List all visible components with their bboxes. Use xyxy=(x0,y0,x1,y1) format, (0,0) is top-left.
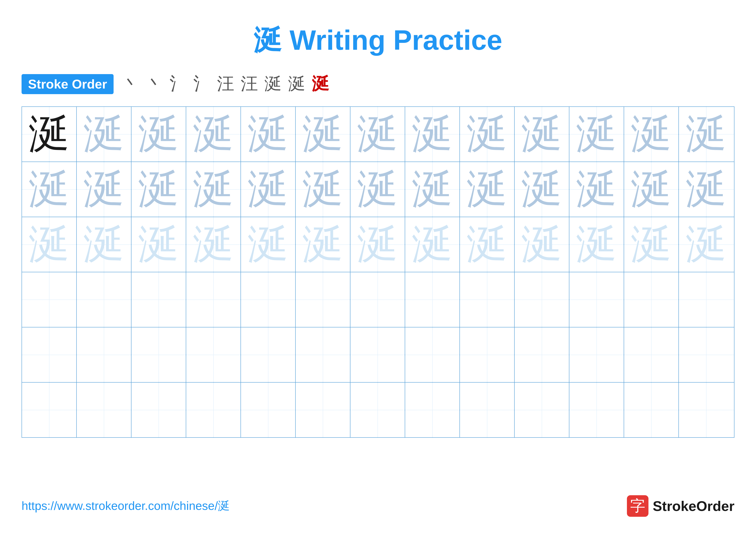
char-medium: 涎 xyxy=(248,169,288,210)
char-medium: 涎 xyxy=(302,114,343,155)
grid-cell-6-6[interactable] xyxy=(296,383,350,437)
grid-cell-2-11[interactable]: 涎 xyxy=(569,162,624,217)
grid-cell-2-2[interactable]: 涎 xyxy=(77,162,131,217)
char-medium: 涎 xyxy=(631,114,672,155)
char-medium: 涎 xyxy=(193,169,234,210)
char-medium: 涎 xyxy=(521,169,562,210)
grid-cell-4-11[interactable] xyxy=(569,272,624,327)
char-medium: 涎 xyxy=(686,169,727,210)
grid-cell-3-12[interactable]: 涎 xyxy=(624,217,679,272)
grid-cell-3-1[interactable]: 涎 xyxy=(22,217,77,272)
char-medium: 涎 xyxy=(248,114,288,155)
grid-cell-2-12[interactable]: 涎 xyxy=(624,162,679,217)
grid-cell-1-3[interactable]: 涎 xyxy=(131,107,186,162)
stroke-step-4: 氵 xyxy=(193,72,210,96)
grid-cell-3-9[interactable]: 涎 xyxy=(460,217,515,272)
grid-cell-3-3[interactable]: 涎 xyxy=(131,217,186,272)
grid-cell-4-2[interactable] xyxy=(77,272,131,327)
grid-cell-3-10[interactable]: 涎 xyxy=(515,217,569,272)
grid-cell-5-1[interactable] xyxy=(22,327,77,382)
grid-cell-4-13[interactable] xyxy=(679,272,734,327)
grid-cell-2-7[interactable]: 涎 xyxy=(350,162,405,217)
stroke-step-1: 丶 xyxy=(122,72,139,96)
grid-cell-3-4[interactable]: 涎 xyxy=(186,217,241,272)
grid-cell-4-12[interactable] xyxy=(624,272,679,327)
grid-cell-4-1[interactable] xyxy=(22,272,77,327)
grid-cell-2-5[interactable]: 涎 xyxy=(241,162,296,217)
grid-cell-3-8[interactable]: 涎 xyxy=(405,217,460,272)
grid-cell-5-12[interactable] xyxy=(624,327,679,382)
grid-cell-1-13[interactable]: 涎 xyxy=(679,107,734,162)
grid-cell-3-7[interactable]: 涎 xyxy=(350,217,405,272)
grid-cell-6-4[interactable] xyxy=(186,383,241,437)
grid-cell-6-11[interactable] xyxy=(569,383,624,437)
grid-row-2: 涎 涎 涎 涎 涎 涎 涎 涎 涎 涎 涎 涎 涎 xyxy=(22,162,734,217)
grid-cell-4-4[interactable] xyxy=(186,272,241,327)
grid-cell-5-10[interactable] xyxy=(515,327,569,382)
char-light: 涎 xyxy=(467,224,507,265)
char-medium: 涎 xyxy=(83,169,124,210)
grid-cell-4-3[interactable] xyxy=(131,272,186,327)
grid-cell-6-1[interactable] xyxy=(22,383,77,437)
grid-cell-4-9[interactable] xyxy=(460,272,515,327)
grid-cell-2-9[interactable]: 涎 xyxy=(460,162,515,217)
grid-cell-1-7[interactable]: 涎 xyxy=(350,107,405,162)
grid-cell-5-11[interactable] xyxy=(569,327,624,382)
grid-cell-6-9[interactable] xyxy=(460,383,515,437)
grid-cell-2-3[interactable]: 涎 xyxy=(131,162,186,217)
grid-row-6 xyxy=(22,383,734,437)
grid-cell-5-9[interactable] xyxy=(460,327,515,382)
stroke-step-2: 丶 xyxy=(146,72,163,96)
stroke-step-7: 涎 xyxy=(264,72,282,96)
grid-cell-5-13[interactable] xyxy=(679,327,734,382)
grid-cell-5-8[interactable] xyxy=(405,327,460,382)
grid-cell-2-6[interactable]: 涎 xyxy=(296,162,350,217)
grid-cell-2-13[interactable]: 涎 xyxy=(679,162,734,217)
stroke-step-6: 汪 xyxy=(241,72,258,96)
grid-cell-6-13[interactable] xyxy=(679,383,734,437)
grid-cell-4-7[interactable] xyxy=(350,272,405,327)
grid-cell-1-5[interactable]: 涎 xyxy=(241,107,296,162)
char-medium: 涎 xyxy=(412,114,453,155)
grid-cell-5-2[interactable] xyxy=(77,327,131,382)
grid-cell-6-12[interactable] xyxy=(624,383,679,437)
grid-cell-2-4[interactable]: 涎 xyxy=(186,162,241,217)
grid-cell-3-2[interactable]: 涎 xyxy=(77,217,131,272)
grid-cell-2-8[interactable]: 涎 xyxy=(405,162,460,217)
grid-cell-1-11[interactable]: 涎 xyxy=(569,107,624,162)
grid-cell-6-5[interactable] xyxy=(241,383,296,437)
grid-cell-3-6[interactable]: 涎 xyxy=(296,217,350,272)
footer-url[interactable]: https://www.strokeorder.com/chinese/涎 xyxy=(21,498,230,514)
grid-cell-5-5[interactable] xyxy=(241,327,296,382)
grid-cell-1-4[interactable]: 涎 xyxy=(186,107,241,162)
stroke-sequence: 丶 丶 氵 氵 汪 汪 涎 涎 涎 xyxy=(122,72,329,96)
grid-cell-3-5[interactable]: 涎 xyxy=(241,217,296,272)
grid-cell-5-6[interactable] xyxy=(296,327,350,382)
grid-cell-4-6[interactable] xyxy=(296,272,350,327)
grid-cell-5-4[interactable] xyxy=(186,327,241,382)
grid-cell-6-2[interactable] xyxy=(77,383,131,437)
grid-cell-1-10[interactable]: 涎 xyxy=(515,107,569,162)
grid-cell-1-1[interactable]: 涎 xyxy=(22,107,77,162)
grid-cell-3-11[interactable]: 涎 xyxy=(569,217,624,272)
grid-cell-1-12[interactable]: 涎 xyxy=(624,107,679,162)
char-light: 涎 xyxy=(193,224,234,265)
stroke-order-row: Stroke Order 丶 丶 氵 氵 汪 汪 涎 涎 涎 xyxy=(0,72,756,96)
grid-cell-6-7[interactable] xyxy=(350,383,405,437)
grid-cell-1-8[interactable]: 涎 xyxy=(405,107,460,162)
grid-cell-2-10[interactable]: 涎 xyxy=(515,162,569,217)
grid-cell-5-3[interactable] xyxy=(131,327,186,382)
grid-cell-4-5[interactable] xyxy=(241,272,296,327)
grid-cell-5-7[interactable] xyxy=(350,327,405,382)
grid-cell-3-13[interactable]: 涎 xyxy=(679,217,734,272)
grid-cell-1-9[interactable]: 涎 xyxy=(460,107,515,162)
grid-cell-6-3[interactable] xyxy=(131,383,186,437)
grid-cell-1-6[interactable]: 涎 xyxy=(296,107,350,162)
grid-cell-6-8[interactable] xyxy=(405,383,460,437)
grid-cell-2-1[interactable]: 涎 xyxy=(22,162,77,217)
grid-cell-6-10[interactable] xyxy=(515,383,569,437)
char-light: 涎 xyxy=(521,224,562,265)
grid-cell-1-2[interactable]: 涎 xyxy=(77,107,131,162)
grid-cell-4-10[interactable] xyxy=(515,272,569,327)
grid-cell-4-8[interactable] xyxy=(405,272,460,327)
